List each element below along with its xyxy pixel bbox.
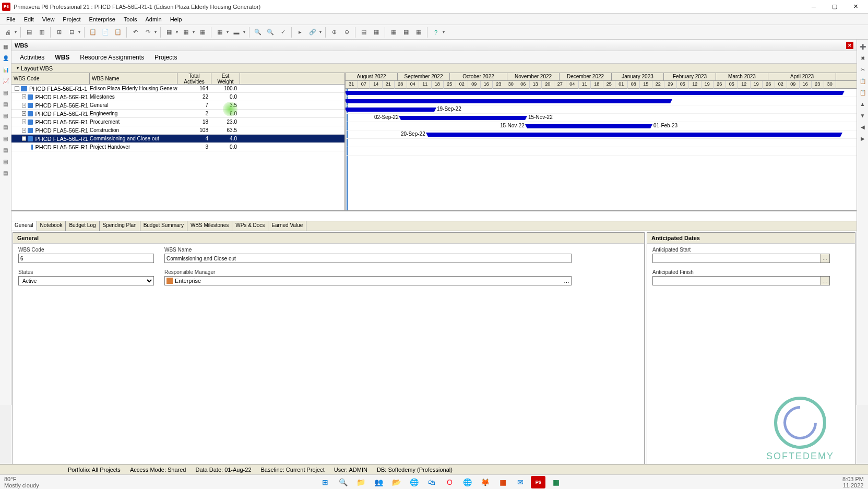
col-total-activities[interactable]: Total Activities — [177, 73, 211, 84]
expenses-icon[interactable]: ▤ — [1, 134, 10, 143]
tab-wbs[interactable]: WBS — [50, 52, 75, 63]
schedule-icon[interactable]: 📋 — [87, 27, 99, 38]
system-tray[interactable]: 8:03 PM 11.2022 — [838, 476, 868, 488]
ant-start-field[interactable] — [653, 254, 820, 263]
projects-icon[interactable]: ▦ — [1, 42, 10, 51]
gantt-bar[interactable] — [347, 91, 842, 95]
issues-icon[interactable]: ▤ — [1, 157, 10, 166]
dropdown-icon[interactable]: ▾ — [225, 30, 230, 34]
right-icon[interactable]: ▶ — [858, 134, 867, 143]
chrome-icon[interactable]: 🌐 — [460, 476, 474, 488]
down-icon[interactable]: ▼ — [858, 111, 867, 120]
excel-icon[interactable]: ▦ — [549, 476, 563, 488]
menu-edit[interactable]: Edit — [20, 15, 38, 24]
calendar-icon[interactable]: … — [820, 277, 829, 285]
find-icon[interactable]: 🔍 — [252, 27, 264, 38]
outlook-icon[interactable]: ✉ — [513, 476, 528, 488]
filter-icon[interactable]: ▦ — [163, 27, 175, 38]
resp-mgr-field[interactable]: Enterprise … — [164, 276, 572, 285]
gantt-bar[interactable] — [401, 116, 525, 120]
outdent-icon[interactable]: ▥ — [36, 27, 47, 38]
tree-toggle[interactable]: + — [22, 103, 26, 108]
expand-icon[interactable]: ⊞ — [53, 27, 65, 38]
undo-icon[interactable]: ↶ — [129, 27, 141, 38]
collapse-icon[interactable]: ⊟ — [66, 27, 77, 38]
dropdown-icon[interactable]: ▾ — [442, 30, 446, 34]
dropdown-icon[interactable]: ▾ — [192, 30, 196, 34]
wps-icon[interactable]: ▤ — [1, 122, 10, 132]
link-icon[interactable]: 🔗 — [307, 27, 318, 38]
col-wbs-code[interactable]: WBS Code — [11, 73, 90, 84]
close-button[interactable]: ✕ — [845, 1, 866, 13]
firefox-icon[interactable]: 🦊 — [478, 476, 492, 488]
tree-toggle[interactable]: + — [22, 120, 26, 124]
wbs-icon[interactable]: ▤ — [1, 88, 10, 97]
table-row[interactable]: +PHCD FLA5-56E-R1. Procurement 18 23.0 — [11, 118, 344, 126]
start-icon[interactable]: ⊞ — [318, 476, 332, 488]
up-icon[interactable]: ▲ — [858, 99, 867, 109]
view2-icon[interactable]: ▦ — [400, 27, 412, 38]
browse-icon[interactable]: … — [564, 278, 569, 284]
table-row[interactable]: -PHCD FLA5-56E-R1-1 Edison Plaza Elderly… — [11, 85, 344, 93]
table-row[interactable]: PHCD FLA5-56E-R1. Project Handover 3 0.0 — [11, 143, 344, 151]
menu-tools[interactable]: Tools — [120, 15, 141, 24]
calendar-icon[interactable]: … — [820, 254, 829, 263]
dropdown-icon[interactable]: ▾ — [77, 30, 81, 34]
copy-icon[interactable]: 📄 — [100, 27, 111, 38]
menu-enterprise[interactable]: Enterprise — [85, 15, 120, 24]
view1-icon[interactable]: ▦ — [388, 27, 399, 38]
thresholds-icon[interactable]: ▤ — [1, 145, 10, 154]
wbs-name-input[interactable] — [164, 254, 572, 263]
ant-start-input[interactable]: … — [652, 254, 830, 263]
tab-activities[interactable]: Activities — [15, 52, 50, 63]
assign-icon[interactable]: ▤ — [1, 111, 10, 120]
weather-widget[interactable]: 80°F Mostly cloudy — [0, 476, 43, 488]
ant-finish-field[interactable] — [653, 277, 820, 285]
reports-icon[interactable]: 📊 — [1, 65, 10, 74]
tree-toggle[interactable]: - — [15, 86, 19, 91]
spell-icon[interactable]: ✓ — [277, 27, 289, 38]
activities-icon[interactable]: ▤ — [1, 99, 10, 109]
dtab-notebook[interactable]: Notebook — [37, 221, 66, 231]
delete-icon[interactable]: ✖ — [858, 53, 867, 63]
dtab-budget-summary[interactable]: Budget Summary — [140, 221, 187, 231]
dtab-spending-plan[interactable]: Spending Plan — [100, 221, 140, 231]
risks-icon[interactable]: ▤ — [1, 168, 10, 177]
help-icon[interactable]: ? — [430, 27, 442, 38]
dropdown-icon[interactable]: ▾ — [242, 30, 246, 34]
table-row[interactable]: +PHCD FLA5-56E-R1. Milestones 22 0.0 — [11, 93, 344, 101]
menu-file[interactable]: File — [2, 15, 20, 24]
gantt-chart[interactable]: August 2022September 2022October 2022Nov… — [346, 73, 857, 210]
tree-toggle[interactable]: + — [22, 94, 26, 99]
sort-icon[interactable]: ▦ — [197, 27, 208, 38]
dtab-wbs-milestones[interactable]: WBS Milestones — [187, 221, 232, 231]
table-row[interactable]: +PHCD FLA5-56E-R1. Construction 108 63.5 — [11, 126, 344, 135]
dtab-earned-value[interactable]: Earned Value — [268, 221, 306, 231]
tab-projects[interactable]: Projects — [149, 52, 182, 63]
maximize-button[interactable]: ▢ — [824, 1, 845, 13]
minimize-button[interactable]: ─ — [803, 1, 824, 13]
gantt-bar[interactable] — [347, 108, 434, 112]
zoom-in-icon[interactable]: ⊕ — [328, 27, 340, 38]
teams-icon[interactable]: 👥 — [371, 476, 386, 488]
table-row[interactable]: -PHCD FLA5-56E-R1. Commissioning and Clo… — [11, 135, 344, 143]
panel-close-button[interactable]: ✕ — [846, 42, 853, 49]
cut-icon[interactable]: ✂ — [858, 65, 867, 74]
dropdown-icon[interactable]: ▾ — [14, 30, 18, 34]
dropdown-icon[interactable]: ▾ — [318, 30, 323, 34]
col-wbs-name[interactable]: WBS Name — [90, 73, 177, 84]
gantt-body[interactable]: 19-Sep-2202-Sep-2215-Nov-2215-Nov-2201-F… — [346, 89, 857, 210]
layout-bar[interactable]: ▾ Layout:WBS — [11, 64, 857, 73]
p6-icon[interactable]: P6 — [531, 476, 545, 488]
store-icon[interactable]: 🛍 — [424, 476, 439, 488]
files-icon[interactable]: 📂 — [389, 476, 403, 488]
tree-toggle[interactable]: + — [22, 128, 26, 133]
resources-icon[interactable]: 👤 — [1, 53, 10, 63]
columns-icon[interactable]: ▦ — [214, 27, 225, 38]
menu-help[interactable]: Help — [166, 15, 186, 24]
menu-project[interactable]: Project — [58, 15, 85, 24]
col-est-weight[interactable]: Est Weight — [211, 73, 240, 84]
add-icon[interactable]: ➕ — [858, 42, 867, 51]
paste-icon[interactable]: 📋 — [112, 27, 124, 38]
print-icon[interactable]: 🖨 — [2, 27, 14, 38]
